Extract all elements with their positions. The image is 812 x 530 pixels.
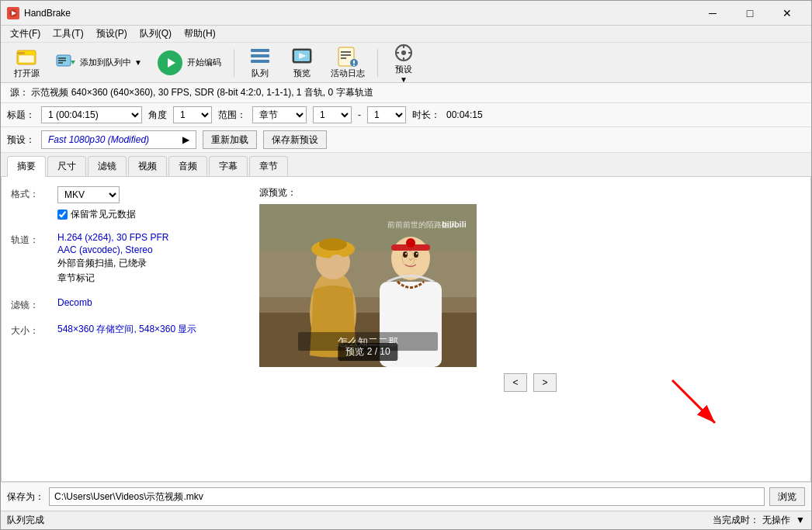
- svg-rect-32: [259, 251, 477, 313]
- menu-help[interactable]: 帮助(H): [178, 26, 222, 43]
- preset-select[interactable]: Fast 1080p30 (Modified) ▶: [41, 130, 196, 149]
- svg-marker-6: [71, 61, 75, 64]
- preview-container: 前前前世的陌路生人 bilibili 怎么知二二那 预览 2 / 10: [259, 204, 477, 367]
- tab-bar: 摘要 尺寸 滤镜 视频 音频 字幕 章节: [1, 153, 811, 177]
- range-from-select[interactable]: 1: [313, 106, 352, 123]
- size-row: 大小： 548×360 存储空间, 548×360 显示: [11, 323, 244, 338]
- menu-queue[interactable]: 队列(Q): [134, 26, 178, 43]
- svg-point-37: [328, 255, 346, 278]
- source-info: 示范视频 640×360 (640×360), 30 FPS, SDR (8-b…: [31, 87, 373, 98]
- metadata-label: 保留常见元数据: [71, 208, 136, 221]
- preview-counter: 预览 2 / 10: [338, 343, 397, 361]
- open-source-button[interactable]: 打开源: [7, 46, 46, 80]
- size-text: 548×360 存储空间, 548×360 显示: [57, 323, 244, 336]
- save-path-input[interactable]: [49, 487, 765, 506]
- svg-point-44: [414, 251, 418, 258]
- svg-rect-3: [17, 52, 25, 54]
- svg-point-23: [353, 64, 355, 66]
- format-row: 格式： MKV 保留常见元数据: [11, 186, 244, 221]
- duration-label: 时长：: [412, 109, 440, 122]
- app-window: HandBrake ─ □ ✕ 文件(F) 工具(T) 预设(P) 队列(Q) …: [0, 0, 812, 530]
- tab-video[interactable]: 视频: [128, 156, 167, 176]
- menu-bar: 文件(F) 工具(T) 预设(P) 队列(Q) 帮助(H): [1, 26, 811, 43]
- svg-point-36: [319, 238, 347, 251]
- start-encode-label: 开始编码: [187, 57, 221, 68]
- queue-button[interactable]: 队列: [241, 46, 279, 80]
- svg-marker-10: [168, 58, 175, 68]
- preview-icon: [291, 46, 313, 68]
- toolbar: 打开源 添加到队列中 ▼ 开始编码: [1, 43, 811, 83]
- add-queue-button[interactable]: 添加到队列中 ▼: [49, 46, 148, 80]
- left-panel: 格式： MKV 保留常见元数据: [11, 186, 244, 472]
- track-1: AAC (avcodec), Stereo: [57, 244, 244, 255]
- format-label: 格式：: [11, 186, 57, 201]
- completion-area: 当完成时： 无操作 ▼: [713, 514, 805, 527]
- menu-file[interactable]: 文件(F): [4, 26, 47, 43]
- duration-value: 00:04:15: [446, 109, 483, 120]
- maximize-button[interactable]: □: [732, 1, 768, 26]
- close-button[interactable]: ✕: [769, 1, 805, 26]
- tracks-value: H.264 (x264), 30 FPS PFR AAC (avcodec), …: [57, 232, 244, 286]
- tab-summary[interactable]: 摘要: [7, 156, 46, 177]
- app-icon: [7, 7, 19, 19]
- metadata-checkbox-row: 保留常见元数据: [57, 208, 244, 221]
- title-select[interactable]: 1 (00:04:15): [41, 106, 142, 123]
- size-value: 548×360 存储空间, 548×360 显示: [57, 323, 244, 338]
- toolbar-sep-2: [377, 49, 378, 77]
- svg-point-45: [405, 253, 407, 255]
- svg-point-43: [403, 251, 408, 258]
- completion-dropdown[interactable]: ▼: [796, 514, 805, 525]
- source-label: 源：: [10, 87, 29, 98]
- completion-label: 当完成时：: [713, 514, 759, 525]
- browse-button[interactable]: 浏览: [769, 487, 805, 506]
- preview-nav: < >: [259, 373, 801, 392]
- svg-rect-11: [251, 49, 269, 52]
- preset-icon: [393, 42, 415, 64]
- tab-chapter[interactable]: 章节: [249, 156, 288, 176]
- preset-row: 预设： Fast 1080p30 (Modified) ▶ 重新加载 保存新预设: [1, 127, 811, 153]
- save-preset-button[interactable]: 保存新预设: [263, 130, 327, 149]
- preview-prev-button[interactable]: <: [504, 373, 527, 392]
- add-queue-icon: [55, 52, 77, 74]
- format-select[interactable]: MKV: [57, 186, 120, 203]
- tab-audio[interactable]: 音频: [168, 156, 207, 176]
- activity-log-icon: [337, 46, 359, 68]
- filters-value: Decomb: [57, 297, 244, 310]
- preview-button[interactable]: 预览: [283, 46, 321, 80]
- preview-section-label: 源预览：: [259, 186, 801, 199]
- preset-toolbar-dropdown[interactable]: ▼: [400, 75, 408, 84]
- add-queue-dropdown[interactable]: ▼: [134, 58, 142, 67]
- tab-size[interactable]: 尺寸: [47, 156, 86, 176]
- angle-select[interactable]: 1: [173, 106, 212, 123]
- menu-tools[interactable]: 工具(T): [47, 26, 89, 43]
- toolbar-sep-1: [234, 49, 234, 77]
- tracks-label: 轨道：: [11, 232, 57, 247]
- metadata-checkbox[interactable]: [57, 210, 68, 220]
- svg-text:bilibili: bilibili: [442, 220, 467, 229]
- minimize-button[interactable]: ─: [695, 1, 730, 26]
- save-row: 保存为： 浏览: [1, 482, 811, 511]
- svg-point-25: [401, 50, 406, 55]
- svg-rect-13: [251, 60, 269, 63]
- format-value: MKV 保留常见元数据: [57, 186, 244, 221]
- tab-subtitle[interactable]: 字幕: [209, 156, 248, 176]
- range-to-select[interactable]: 1: [367, 106, 406, 123]
- menu-preset[interactable]: 预设(P): [90, 26, 134, 43]
- start-encode-button[interactable]: 开始编码: [151, 46, 227, 80]
- size-label: 大小：: [11, 323, 57, 338]
- reload-preset-button[interactable]: 重新加载: [203, 130, 257, 149]
- completion-value: 无操作: [762, 514, 790, 525]
- angle-label: 角度: [148, 109, 167, 122]
- add-queue-label: 添加到队列中: [80, 57, 131, 68]
- tab-filter[interactable]: 滤镜: [88, 156, 127, 176]
- range-type-select[interactable]: 章节: [252, 106, 307, 123]
- preview-label: 预览: [293, 68, 311, 79]
- preset-toolbar-button[interactable]: 预设 ▼: [384, 46, 423, 80]
- status-bar: 队列完成 当完成时： 无操作 ▼: [1, 511, 811, 529]
- preview-next-button[interactable]: >: [533, 373, 557, 392]
- svg-point-41: [406, 238, 415, 248]
- controls-row: 标题： 1 (00:04:15) 角度 1 范围： 章节 1 - 1 时长： 0…: [1, 103, 811, 127]
- activity-log-button[interactable]: 活动日志: [324, 46, 371, 80]
- app-title: HandBrake: [24, 8, 695, 19]
- track-2: 外部音频扫描, 已绕录: [57, 257, 244, 270]
